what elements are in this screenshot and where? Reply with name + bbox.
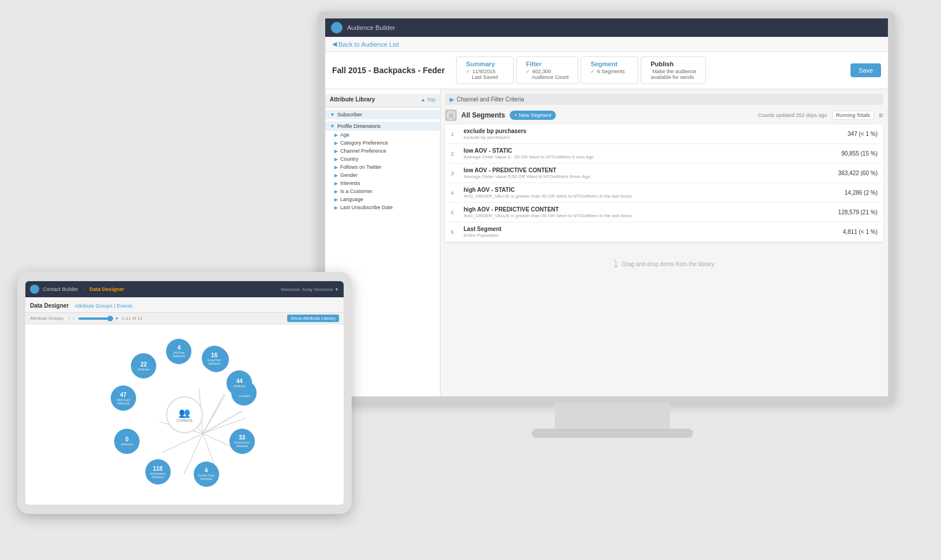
tablet-slider-track: [78, 317, 113, 320]
connector-line: [162, 433, 203, 453]
center-node-label: Contacts: [176, 418, 193, 422]
tablet-frame: Contact Builder | Data Designer Welcome:…: [17, 272, 352, 514]
item-arrow-icon: ▶: [334, 157, 338, 162]
sidebar-item-customer[interactable]: ▶Is a Customer: [325, 187, 440, 195]
segment-num: 2: [451, 151, 460, 157]
channel-filter-bar: ▶ Channel and Filter Criteria: [445, 94, 883, 105]
segment-desc: AVG_ORDER_VALUE is greater than 50 OR We…: [464, 213, 838, 218]
sidebar-item-gender[interactable]: ▶Gender: [325, 171, 440, 179]
segment-count: 90,855 (15 %): [841, 150, 878, 157]
back-arrow-icon: ◀: [332, 40, 337, 48]
tab-segment[interactable]: Segment ✓6 Segments: [581, 56, 638, 84]
header-tabs: Summary ✓11/9/2015 Last SavedFilter ✓602…: [456, 56, 839, 84]
tablet-nav-title: Data Designer: [30, 302, 69, 309]
segment-info: high AOV - PREDICTIVE CONTENT AVG_ORDER_…: [460, 206, 838, 218]
item-arrow-icon: ▶: [334, 205, 338, 210]
segment-name: low AOV - PREDICTIVE CONTENT: [464, 167, 838, 173]
satellite-node[interactable]: 22Attributes: [131, 353, 156, 379]
segments-title-area: ⊙ All Segments + New Segment: [445, 109, 556, 121]
satellite-node[interactable]: 47Web AuditAttributes: [111, 385, 136, 411]
satellite-node[interactable]: 0Attributes: [114, 429, 140, 454]
tab-filter[interactable]: Filter ✓602,300 Audience Count: [516, 56, 578, 84]
segment-desc: exclude bp purchasers: [464, 135, 848, 140]
segment-count: 4,811 (< 1 %): [843, 229, 878, 235]
drop-hint-label: Drag and drop items from the library.: [622, 261, 715, 267]
tab-summary[interactable]: Summary ✓11/9/2015 Last Saved: [456, 56, 514, 84]
segment-num: 3: [451, 171, 460, 176]
diagram-wrapper: 👥 Contacts 34MobilePusAttributes14Attrib…: [104, 334, 265, 495]
segment-num: 1: [451, 131, 460, 137]
running-totals-button[interactable]: Running Totals: [832, 111, 874, 120]
segment-count: 14,286 (2 %): [845, 190, 878, 196]
tablet-slider[interactable]: ⋮⋮ ●: [67, 316, 118, 321]
sidebar-group-profile-header[interactable]: ▼ Profile Dimensions: [325, 122, 440, 131]
table-row[interactable]: 2 low AOV - STATIC Average Order Value 0…: [445, 144, 883, 164]
item-arrow-icon: ▶: [334, 165, 338, 170]
segment-num: 5: [451, 210, 460, 215]
segments-header: ⊙ All Segments + New Segment Counts upda…: [445, 109, 883, 121]
center-node: 👥 Contacts: [166, 396, 203, 433]
sidebar-item-twitter[interactable]: ▶Follows on Twitter: [325, 163, 440, 171]
back-link[interactable]: ◀ Back to Audience List: [332, 40, 399, 48]
segment-name: low AOV - STATIC: [464, 147, 841, 154]
satellite-node[interactable]: 4System DataAttributes: [194, 461, 219, 487]
sidebar-group-subscriber-header[interactable]: ▼ Subscriber: [325, 110, 440, 119]
topbar-title: Audience Builder: [347, 24, 395, 31]
segments-meta: Counts updated 252 days ago Running Tota…: [758, 111, 883, 120]
table-row[interactable]: 1 exclude bp purchasers exclude bp purch…: [445, 124, 883, 144]
drop-area: ⤵ Drag and drop items from the library.: [445, 247, 883, 282]
table-row[interactable]: 4 high AOV - STATIC AVG_ORDER_VALUE is g…: [445, 183, 883, 203]
sidebar-item-channel-pref[interactable]: ▶Channel Preference: [325, 147, 440, 155]
satellite-node[interactable]: 118eCommerceAttributes: [145, 459, 171, 485]
segment-name: exclude bp purchasers: [464, 128, 848, 134]
sidebar-item-country[interactable]: ▶Country: [325, 155, 440, 163]
satellite-node[interactable]: 44Attributes: [227, 370, 252, 396]
satellite-node[interactable]: 16Email PartAttributes: [202, 346, 227, 371]
table-row[interactable]: 6 Last Segment Entire Population 4,811 (…: [445, 222, 883, 242]
tablet-topbar: Contact Builder | Data Designer Welcome:…: [25, 281, 344, 297]
sidebar-item-category-pref[interactable]: ▶Category Preference: [325, 139, 440, 147]
sidebar-title: Attribute Library: [330, 96, 375, 103]
page-title: Fall 2015 - Backpacks - Feder: [332, 66, 445, 75]
sidebar-item-last-unsub[interactable]: ▶Last Unsubscribe Date: [325, 203, 440, 211]
tablet-attr-label: Attribute Groups: [30, 316, 63, 321]
tablet-diagram: 👥 Contacts 34MobilePusAttributes14Attrib…: [25, 324, 344, 505]
table-row[interactable]: 3 low AOV - PREDICTIVE CONTENT Average O…: [445, 164, 883, 183]
monitor-stand: [555, 403, 670, 438]
segment-desc: AVG_ORDER_VALUE is greater than 50 OR We…: [464, 194, 845, 199]
tablet-show-attr-button[interactable]: Show Attribute Library: [287, 315, 339, 322]
monitor-topbar: Audience Builder: [325, 18, 888, 37]
sidebar-item-language[interactable]: ▶Language: [325, 195, 440, 203]
segment-count: 128,579 (21 %): [838, 209, 878, 215]
segment-info: low AOV - PREDICTIVE CONTENT Average Ord…: [460, 167, 838, 179]
tablet-welcome: Welcome: Andy Simmons ▼: [281, 287, 339, 292]
monitor-screen: Audience Builder ◀ Back to Audience List…: [318, 12, 895, 403]
segment-count: 363,422 (60 %): [838, 170, 878, 176]
topbar-logo: [331, 22, 342, 33]
satellite-node[interactable]: 33eCommerceAttributes: [229, 429, 255, 454]
satellite-node[interactable]: 43rd PartyAttributes: [166, 339, 191, 364]
segment-name: high AOV - STATIC: [464, 187, 845, 193]
segment-info: low AOV - STATIC Average Order Value 0 -…: [460, 147, 841, 160]
new-segment-button[interactable]: + New Segment: [510, 111, 556, 120]
screen-content: Audience Builder ◀ Back to Audience List…: [325, 18, 888, 396]
segments-icon: ⊙: [445, 109, 457, 121]
tablet-nav-links[interactable]: Attribute Groups | Events: [75, 303, 133, 309]
segment-name: high AOV - PREDICTIVE CONTENT: [464, 206, 838, 213]
tablet-controls: Attribute Groups ⋮⋮ ● 1-11 of 11 Show At…: [25, 313, 344, 324]
sidebar-top-link[interactable]: ▲ Top: [420, 97, 435, 103]
item-arrow-icon: ▶: [334, 133, 338, 138]
item-arrow-icon: ▶: [334, 141, 338, 146]
tab-publish[interactable]: Publish Make the audience available for …: [641, 56, 706, 84]
item-arrow-icon: ▶: [334, 149, 338, 154]
expand-icon[interactable]: ▶: [450, 96, 454, 103]
table-row[interactable]: 5 high AOV - PREDICTIVE CONTENT AVG_ORDE…: [445, 203, 883, 222]
save-button[interactable]: Save: [850, 63, 881, 77]
segment-num: 6: [451, 229, 460, 235]
channel-filter-label: Channel and Filter Criteria: [457, 96, 524, 103]
segment-desc: Average Order Value 0-50 OR Want to NTOu…: [464, 174, 838, 179]
expand-segments-icon[interactable]: ⊞: [879, 112, 883, 118]
sidebar-item-age[interactable]: ▶Age: [325, 131, 440, 139]
sidebar-item-interests[interactable]: ▶Interests: [325, 179, 440, 187]
segment-num: 4: [451, 190, 460, 196]
